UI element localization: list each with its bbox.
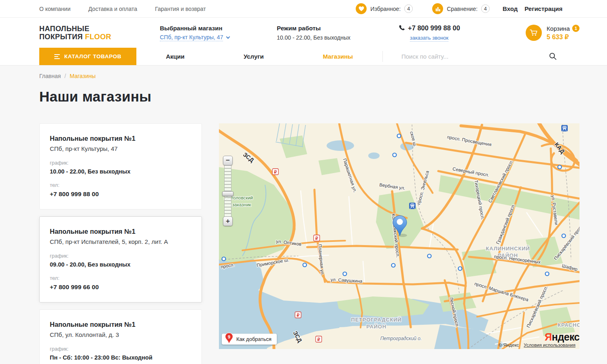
cart[interactable]: Корзина 1 5 633 ₽ [526, 25, 579, 41]
rail-station-icon [409, 203, 416, 209]
store-name: Напольные покрытия №1 [50, 227, 191, 235]
yandex-map[interactable]: ₽ ₽ ₽ ₽ ЗСД ЗСД Юнтоловский за [219, 123, 579, 349]
topbar: О компании Доставка и оплата Гарантия и … [0, 0, 607, 18]
store-address: СПб, ул. Коллонтай, д. 3 [50, 331, 191, 339]
yandex-pin-icon: 9 [225, 332, 233, 346]
svg-text:РАЙОН: РАЙОН [366, 324, 386, 330]
nav-item-services[interactable]: Услуги [244, 53, 264, 60]
chevron-down-icon [226, 35, 230, 39]
svg-text:ПЕТРОГРАДСКИЙ: ПЕТРОГРАДСКИЙ [351, 317, 401, 323]
svg-text:Гражданский просп.: Гражданский просп. [495, 203, 516, 245]
store-phone: +7 800 999 66 00 [50, 284, 191, 291]
main-nav: КАТАЛОГ ТОВАРОВ Акции Услуги Магазины [0, 48, 607, 66]
favorites-counter[interactable]: Избранное: 4 [356, 3, 413, 14]
store-address: СПб, пр-кт Испытателей, 5, корп. 2, лит.… [50, 238, 191, 245]
directions-button-label: Как добраться [236, 336, 272, 342]
cart-total: 5 633 ₽ [547, 33, 579, 41]
compare-label: Сравнение: [447, 6, 478, 12]
header: НАПОЛЬНЫЕ ПОКРЫТИЯ FLOOR Выбранный магаз… [0, 18, 607, 48]
schedule-value: Пн - Сб: 10:00 - 23:00 Вс: Выходной [50, 354, 191, 361]
heart-icon [356, 3, 367, 14]
callback-link[interactable]: заказать звонок [410, 35, 449, 42]
favorites-count-badge: 4 [404, 4, 413, 13]
page-title: Наши магазины [39, 89, 579, 105]
bar-chart-icon [432, 3, 443, 14]
link-warranty[interactable]: Гарантия и возврат [155, 6, 206, 12]
svg-text:просп. Просвещения: просп. Просвещения [447, 134, 492, 147]
search-icon[interactable] [549, 53, 557, 62]
phone-icon [398, 24, 405, 32]
breadcrumb-separator: / [64, 73, 66, 79]
hours-value: 10.00 - 22.00, Без выходных [277, 34, 356, 41]
schedule-label: график: [50, 253, 191, 259]
nav-item-promos[interactable]: Акции [166, 53, 185, 60]
breadcrumb: Главная / Магазины [39, 73, 579, 79]
map-copyright: © Яндекс [499, 343, 519, 347]
map-canvas: ₽ ₽ ₽ ₽ ЗСД ЗСД Юнтоловский за [219, 123, 579, 349]
store-name: Напольные покрытия №1 [50, 134, 191, 142]
cart-icon [526, 25, 542, 41]
breadcrumb-current: Магазины [70, 73, 96, 79]
logo[interactable]: НАПОЛЬНЫЕ ПОКРЫТИЯ FLOOR [39, 25, 136, 41]
svg-text:просп. Маршала Блюхера: просп. Маршала Блюхера [474, 281, 529, 302]
schedule-label: график: [50, 346, 191, 352]
logo-accent: FLOOR [85, 33, 111, 41]
svg-text:Петроградский о.: Петроградский о. [380, 336, 422, 341]
topbar-links: О компании Доставка и оплата Гарантия и … [39, 6, 206, 12]
link-about[interactable]: О компании [39, 6, 70, 12]
store-phone: +7 800 999 88 00 [50, 190, 191, 198]
catalog-button[interactable]: КАТАЛОГ ТОВАРОВ [39, 48, 136, 65]
logo-line1: НАПОЛЬНЫЕ [39, 25, 89, 33]
rail-station-icon [561, 125, 568, 131]
cart-count-badge: 1 [572, 25, 579, 32]
directions-button[interactable]: 9 Как добраться [222, 334, 277, 345]
link-delivery[interactable]: Доставка и оплата [88, 6, 137, 12]
logo-line2: ПОКРЫТИЯ [39, 33, 83, 41]
svg-text:Вербная ул.: Вербная ул. [379, 182, 406, 191]
svg-text:₽: ₽ [315, 236, 318, 241]
zoom-slider-handle[interactable] [222, 191, 233, 196]
svg-text:просп. Энгельса: просп. Энгельса [416, 170, 430, 205]
selected-store-select[interactable]: СПб, пр-кт Культуры, 47 [160, 34, 253, 41]
cart-label: Корзина [547, 25, 570, 32]
schedule-value: 10.00 - 22.00, Без выходных [50, 168, 191, 175]
register-link[interactable]: Регистрация [524, 5, 562, 12]
zoom-in-button[interactable]: + [223, 216, 233, 226]
phone-label: тел: [50, 182, 191, 188]
store-list: Напольные покрытия №1 СПб, пр-кт Культур… [39, 123, 202, 364]
breadcrumb-home[interactable]: Главная [39, 73, 61, 79]
svg-text:₽: ₽ [297, 313, 299, 317]
favorites-label: Избранное: [370, 6, 401, 12]
selected-store-label: Выбранный магазин [160, 25, 253, 32]
schedule-label: график: [50, 160, 191, 166]
zoom-out-button[interactable]: − [223, 156, 233, 165]
store-card-1[interactable]: Напольные покрытия №1 СПб, пр-кт Культур… [39, 123, 202, 210]
map-terms-link[interactable]: Условия использования [524, 343, 575, 347]
site-search [382, 51, 568, 62]
compare-counter[interactable]: Сравнение: 4 [432, 3, 490, 14]
map-zoom-control: − + [223, 156, 233, 226]
search-input[interactable] [401, 53, 523, 60]
phone-number[interactable]: +7 800 999 88 00 [408, 24, 460, 32]
svg-text:КРАСНО: КРАСНО [558, 322, 579, 328]
svg-text:₽: ₽ [317, 337, 320, 342]
svg-text:9: 9 [228, 334, 230, 339]
store-card-3[interactable]: Напольные покрытия №1 СПб, ул. Коллонтай… [39, 309, 202, 364]
store-address: СПб, пр-кт Культуры, 47 [50, 145, 191, 152]
schedule-value: 09.00 - 20.00, Без выходных [50, 261, 191, 268]
selected-store-value[interactable]: СПб, пр-кт Культуры, 47 [160, 34, 223, 41]
svg-text:₽: ₽ [274, 169, 277, 174]
store-card-2[interactable]: Напольные покрытия №1 СПб, пр-кт Испытат… [39, 216, 202, 303]
svg-text:заказник: заказник [232, 202, 251, 207]
hours-label: Режим работы [277, 25, 356, 32]
nav-item-stores[interactable]: Магазины [323, 53, 353, 60]
zoom-ruler[interactable] [224, 164, 231, 218]
hamburger-icon [54, 54, 60, 59]
yandex-logo: Яндекс [545, 331, 579, 343]
svg-text:КАЛИНИНСКИЙ: КАЛИНИНСКИЙ [486, 245, 530, 252]
login-link[interactable]: Вход [503, 5, 518, 12]
phone-label: тел: [50, 275, 191, 281]
store-name: Напольные покрытия №1 [50, 320, 191, 328]
catalog-button-label: КАТАЛОГ ТОВАРОВ [64, 53, 121, 59]
compare-count-badge: 4 [481, 4, 490, 13]
